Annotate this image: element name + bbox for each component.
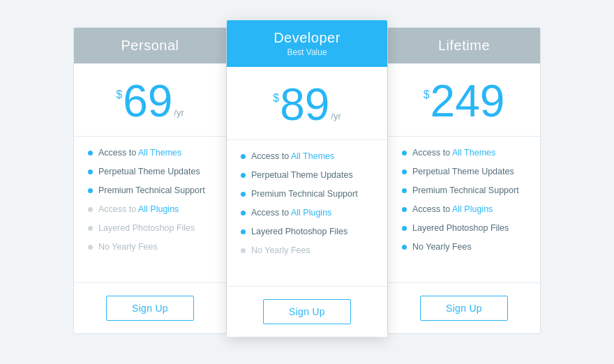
feature-text-personal-3: Access to All Plugins (98, 204, 179, 214)
feature-text-lifetime-4: Layered Photoshop Files (412, 223, 509, 233)
plan-card-developer: DeveloperBest Value$89/yrAccess to All T… (227, 20, 387, 337)
feature-text-personal-2: Premium Technical Support (98, 185, 205, 195)
feature-bullet-personal-3 (88, 207, 93, 212)
feature-link-personal-0[interactable]: All Themes (138, 148, 181, 158)
feature-text-developer-3: Access to All Plugins (251, 208, 331, 218)
plan-action-developer: Sign Up (227, 287, 387, 337)
feature-item-personal-2: Premium Technical Support (88, 185, 212, 195)
feature-text-developer-2: Premium Technical Support (251, 189, 358, 199)
signup-button-personal[interactable]: Sign Up (106, 296, 194, 321)
plan-header-developer: DeveloperBest Value (227, 20, 387, 67)
plan-price-personal: $69/yr (74, 63, 226, 137)
plan-card-lifetime: Lifetime$249Access to All ThemesPerpetua… (387, 27, 541, 334)
feature-bullet-personal-0 (88, 151, 93, 156)
plan-action-lifetime: Sign Up (388, 283, 540, 333)
feature-link-developer-0[interactable]: All Themes (291, 151, 334, 161)
feature-bullet-personal-1 (88, 169, 93, 174)
feature-item-personal-1: Perpetual Theme Updates (88, 167, 212, 176)
plan-card-personal: Personal$69/yrAccess to All ThemesPerpet… (73, 27, 227, 334)
feature-item-developer-3: Access to All Plugins (241, 208, 373, 218)
price-symbol-developer: $ (273, 92, 279, 105)
plan-name-personal: Personal (81, 38, 219, 54)
signup-button-lifetime[interactable]: Sign Up (420, 296, 508, 321)
feature-text-lifetime-5: No Yearly Fees (412, 242, 472, 252)
price-amount-lifetime: 249 (430, 79, 505, 123)
plan-name-lifetime: Lifetime (395, 38, 533, 54)
feature-bullet-developer-1 (241, 173, 246, 178)
feature-bullet-developer-0 (241, 154, 246, 159)
plan-header-personal: Personal (74, 28, 226, 63)
feature-text-personal-4: Layered Photoshop Files (98, 223, 195, 233)
pricing-table: Personal$69/yrAccess to All ThemesPerpet… (45, 13, 569, 351)
feature-item-developer-0: Access to All Themes (241, 151, 373, 161)
feature-link-lifetime-0[interactable]: All Themes (452, 148, 495, 158)
feature-item-developer-1: Perpetual Theme Updates (241, 170, 373, 180)
feature-link-personal-3[interactable]: All Plugins (138, 204, 179, 214)
feature-bullet-developer-3 (241, 211, 246, 215)
feature-link-developer-3[interactable]: All Plugins (291, 208, 331, 218)
feature-text-developer-5: No Yearly Fees (251, 245, 310, 255)
feature-bullet-personal-4 (88, 226, 93, 231)
feature-item-lifetime-2: Premium Technical Support (402, 185, 526, 195)
feature-bullet-developer-4 (241, 229, 246, 234)
feature-text-lifetime-2: Premium Technical Support (412, 185, 519, 195)
feature-text-developer-0: Access to All Themes (251, 151, 334, 161)
price-amount-developer: 89 (280, 82, 329, 127)
feature-link-lifetime-3[interactable]: All Plugins (452, 204, 493, 214)
plan-price-lifetime: $249 (388, 63, 540, 137)
feature-item-personal-0: Access to All Themes (88, 148, 212, 158)
feature-item-personal-3: Access to All Plugins (88, 204, 212, 214)
price-period-developer: /yr (331, 111, 340, 121)
feature-bullet-lifetime-0 (402, 151, 407, 156)
feature-bullet-lifetime-5 (402, 245, 407, 250)
feature-item-developer-4: Layered Photoshop Files (241, 227, 373, 236)
feature-text-personal-1: Perpetual Theme Updates (98, 167, 200, 176)
feature-bullet-lifetime-4 (402, 226, 407, 231)
feature-item-lifetime-4: Layered Photoshop Files (402, 223, 526, 233)
feature-text-developer-4: Layered Photoshop Files (251, 227, 347, 236)
feature-bullet-developer-2 (241, 192, 246, 197)
feature-item-lifetime-5: No Yearly Fees (402, 242, 526, 252)
price-symbol-personal: $ (116, 89, 122, 101)
feature-item-developer-5: No Yearly Fees (241, 245, 373, 255)
feature-item-lifetime-3: Access to All Plugins (402, 204, 526, 214)
feature-text-developer-1: Perpetual Theme Updates (251, 170, 353, 180)
feature-text-lifetime-3: Access to All Plugins (412, 204, 493, 214)
feature-item-lifetime-0: Access to All Themes (402, 148, 526, 158)
feature-text-personal-5: No Yearly Fees (98, 242, 158, 252)
plan-header-lifetime: Lifetime (388, 28, 540, 63)
plan-action-personal: Sign Up (74, 283, 226, 333)
feature-bullet-developer-5 (241, 248, 246, 253)
plan-name-developer: Developer (234, 30, 380, 46)
feature-item-personal-5: No Yearly Fees (88, 242, 212, 252)
feature-bullet-personal-5 (88, 245, 93, 250)
plan-features-lifetime: Access to All ThemesPerpetual Theme Upda… (388, 137, 540, 283)
price-amount-personal: 69 (123, 79, 172, 123)
feature-bullet-lifetime-2 (402, 188, 407, 193)
plan-features-personal: Access to All ThemesPerpetual Theme Upda… (74, 137, 226, 283)
feature-bullet-personal-2 (88, 188, 93, 193)
feature-text-personal-0: Access to All Themes (98, 148, 181, 158)
feature-bullet-lifetime-3 (402, 207, 407, 212)
plan-price-developer: $89/yr (227, 67, 387, 140)
plan-features-developer: Access to All ThemesPerpetual Theme Upda… (227, 140, 387, 287)
feature-bullet-lifetime-1 (402, 169, 407, 174)
price-symbol-lifetime: $ (424, 89, 430, 101)
plan-subtitle-developer: Best Value (234, 47, 380, 57)
price-period-personal: /yr (174, 107, 184, 118)
feature-text-lifetime-0: Access to All Themes (412, 148, 495, 158)
feature-item-lifetime-1: Perpetual Theme Updates (402, 167, 526, 176)
feature-item-developer-2: Premium Technical Support (241, 189, 373, 199)
feature-text-lifetime-1: Perpetual Theme Updates (412, 167, 514, 176)
feature-item-personal-4: Layered Photoshop Files (88, 223, 212, 233)
signup-button-developer[interactable]: Sign Up (263, 299, 351, 324)
